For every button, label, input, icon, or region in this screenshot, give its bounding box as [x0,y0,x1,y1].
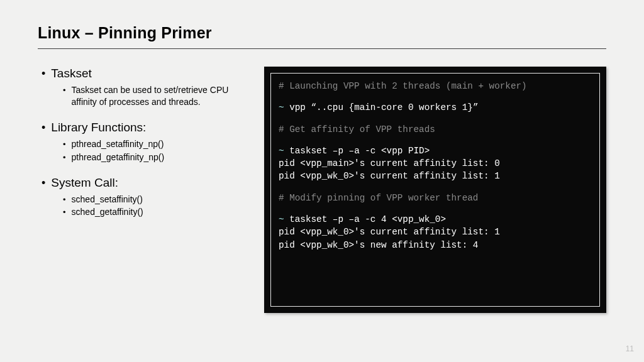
page-number: 11 [626,344,634,353]
bullet-icon: • [42,122,45,133]
bullet-icon: • [63,194,66,206]
terminal-command: taskset –p –a -c <vpp PID> [289,146,430,156]
list-item: • sched_getaffinity() [63,206,245,218]
section-heading-text: Library Functions: [51,121,146,134]
section-heading: • System Call: [42,176,245,190]
terminal-output: pid <vpp_wk_0>'s new affinity list: 4 [279,240,478,250]
terminal-comment: # Modify pinning of VPP worker thread [279,193,478,203]
sub-list: • Taskset can be used to set/retrieve CP… [42,84,245,108]
terminal-output: pid <vpp_wk_0>'s current affinity list: … [279,171,500,181]
title-rule [38,48,606,49]
blank-line [279,114,592,123]
list-item-text: sched_getaffinity() [72,206,143,218]
list-item-text: Taskset can be used to set/retrieve CPU … [72,84,245,108]
terminal-command: taskset –p –a -c 4 <vpp_wk_0> [289,214,446,224]
bullet-icon: • [63,85,66,96]
blank-line [279,136,592,145]
bullet-icon: • [63,139,66,150]
slide-title: Linux – Pinning Primer [38,24,606,42]
bullet-icon: • [42,68,45,79]
bullet-icon: • [63,152,66,163]
sub-list: • pthread_setaffinity_np() • pthread_get… [42,138,245,163]
section-heading: • Library Functions: [42,121,245,134]
terminal-content: # Launching VPP with 2 threads (main + w… [270,73,600,307]
blank-line [279,183,592,192]
terminal-panel: # Launching VPP with 2 threads (main + w… [264,67,606,313]
bullet-icon: • [63,207,66,218]
list-item-text: sched_setaffinity() [72,194,143,206]
sub-list: • sched_setaffinity() • sched_getaffinit… [42,194,245,219]
bullet-icon: • [42,177,45,189]
terminal-output: pid <vpp_main>'s current affinity list: … [279,158,500,168]
blank-line [279,92,592,101]
section-taskset: • Taskset • Taskset can be used to set/r… [42,67,245,108]
list-item-text: pthread_setaffinity_np() [72,138,164,150]
content-row: • Taskset • Taskset can be used to set/r… [38,67,606,313]
list-item-text: pthread_getaffinity_np() [72,151,165,163]
list-item: • Taskset can be used to set/retrieve CP… [63,84,245,108]
terminal-comment: # Get affinity of VPP threads [279,124,435,134]
section-heading-text: System Call: [51,176,118,190]
left-column: • Taskset • Taskset can be used to set/r… [38,67,245,313]
terminal-comment: # Launching VPP with 2 threads (main + w… [279,81,527,91]
terminal-output: pid <vpp_wk_0>'s current affinity list: … [279,227,500,237]
list-item: • sched_setaffinity() [63,194,245,206]
list-item: • pthread_getaffinity_np() [63,151,245,163]
terminal-prompt: ~ [279,102,289,112]
terminal-prompt: ~ [279,214,289,224]
terminal-prompt: ~ [279,146,289,156]
section-syscall: • System Call: • sched_setaffinity() • s… [42,176,245,219]
slide: Linux – Pinning Primer • Taskset • Tasks… [0,0,644,326]
section-library: • Library Functions: • pthread_setaffini… [42,121,245,163]
section-heading-text: Taskset [51,67,91,80]
list-item: • pthread_setaffinity_np() [63,138,245,150]
section-heading: • Taskset [42,67,245,80]
terminal-command: vpp “..cpu {main-core 0 workers 1}” [289,102,478,112]
blank-line [279,204,592,213]
